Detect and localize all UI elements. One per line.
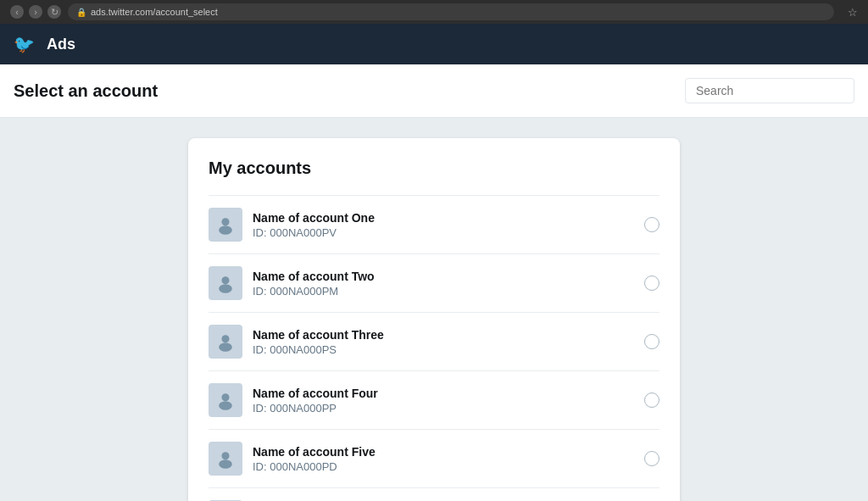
accounts-section-title: My accounts: [209, 159, 659, 178]
browser-chrome: ‹ › ↻ 🔒 ads.twitter.com/account_select ☆: [0, 0, 868, 24]
account-list-item[interactable]: Name of account Four ID: 000NA000PP: [209, 370, 659, 429]
accounts-card: My accounts Name of account One ID: 000N…: [188, 138, 680, 501]
account-id: ID: 000NA000PD: [253, 460, 644, 473]
svg-point-3: [219, 284, 232, 292]
svg-point-7: [219, 401, 232, 409]
account-name: Name of account Three: [253, 328, 644, 342]
user-icon: [214, 272, 236, 294]
nav-title: Ads: [47, 36, 75, 53]
account-id: ID: 000NA000PS: [253, 343, 644, 356]
radio-button[interactable]: [644, 334, 659, 349]
svg-point-4: [221, 335, 229, 342]
svg-point-1: [219, 225, 232, 234]
account-name: Name of account Four: [253, 387, 644, 400]
forward-button[interactable]: ›: [29, 5, 42, 19]
account-list-item[interactable]: Name of account Five ID: 000NA000PD: [209, 429, 659, 487]
account-id: ID: 000NA000PV: [253, 226, 644, 239]
svg-point-9: [219, 459, 232, 468]
account-list: Name of account One ID: 000NA000PV Name …: [209, 195, 659, 501]
account-info: Name of account Three ID: 000NA000PS: [253, 328, 644, 356]
account-avatar: [209, 442, 242, 476]
account-avatar: [209, 325, 242, 359]
url-text: ads.twitter.com/account_select: [91, 7, 218, 17]
account-info: Name of account One ID: 000NA000PV: [253, 211, 644, 239]
bookmark-icon[interactable]: ☆: [848, 6, 858, 19]
account-avatar: [209, 208, 242, 242]
main-content: My accounts Name of account One ID: 000N…: [0, 118, 868, 501]
svg-point-5: [219, 342, 232, 351]
account-list-item[interactable]: Name of account Six ID: 000NA000PA: [209, 487, 659, 501]
radio-button[interactable]: [644, 451, 659, 466]
browser-controls: ‹ › ↻: [10, 5, 61, 19]
account-id: ID: 000NA000PP: [253, 402, 644, 415]
account-list-item[interactable]: Name of account Two ID: 000NA000PM: [209, 253, 659, 312]
account-info: Name of account Five ID: 000NA000PD: [253, 445, 644, 473]
radio-button[interactable]: [644, 276, 659, 291]
svg-point-6: [221, 393, 229, 401]
twitter-logo-icon: 🐦: [14, 34, 35, 54]
account-list-item[interactable]: Name of account One ID: 000NA000PV: [209, 195, 659, 253]
refresh-button[interactable]: ↻: [47, 5, 61, 19]
user-icon: [214, 448, 236, 470]
address-bar[interactable]: 🔒 ads.twitter.com/account_select: [68, 3, 834, 20]
back-button[interactable]: ‹: [10, 5, 24, 19]
account-name: Name of account Five: [253, 445, 644, 459]
radio-button[interactable]: [644, 392, 659, 408]
account-list-item[interactable]: Name of account Three ID: 000NA000PS: [209, 312, 659, 370]
svg-point-8: [221, 452, 229, 459]
account-info: Name of account Two ID: 000NA000PM: [253, 270, 644, 298]
page-header: Select an account: [0, 64, 868, 118]
svg-point-2: [221, 276, 229, 284]
radio-button[interactable]: [644, 217, 659, 232]
lock-icon: 🔒: [76, 8, 86, 17]
svg-point-0: [221, 218, 229, 225]
page-title: Select an account: [14, 81, 158, 101]
account-avatar: [209, 383, 242, 417]
user-icon: [214, 331, 236, 353]
user-icon: [214, 389, 236, 411]
account-id: ID: 000NA000PM: [253, 285, 644, 298]
search-input[interactable]: [685, 78, 854, 103]
account-info: Name of account Four ID: 000NA000PP: [253, 387, 644, 415]
account-avatar: [209, 266, 242, 300]
account-name: Name of account One: [253, 211, 644, 225]
account-name: Name of account Two: [253, 270, 644, 283]
nav-bar: 🐦 Ads: [0, 24, 868, 64]
user-icon: [214, 214, 236, 236]
